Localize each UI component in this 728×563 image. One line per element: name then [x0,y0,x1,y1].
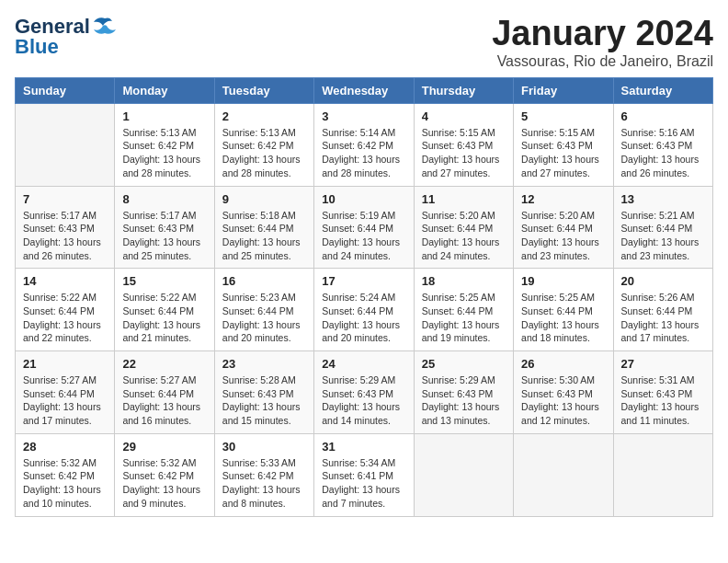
calendar-cell: 1Sunrise: 5:13 AM Sunset: 6:42 PM Daylig… [115,103,214,186]
calendar-table: SundayMondayTuesdayWednesdayThursdayFrid… [15,77,713,517]
calendar-cell: 17Sunrise: 5:24 AM Sunset: 6:44 PM Dayli… [314,269,414,351]
day-info: Sunrise: 5:28 AM Sunset: 6:43 PM Dayligh… [222,373,306,428]
title-area: January 2024 Vassouras, Rio de Janeiro, … [492,15,713,70]
day-number: 24 [322,357,405,371]
day-number: 8 [122,192,206,206]
day-number: 13 [621,192,705,206]
day-number: 2 [222,109,306,123]
day-info: Sunrise: 5:22 AM Sunset: 6:44 PM Dayligh… [122,291,206,345]
weekday-header-saturday: Saturday [613,77,712,103]
week-row-3: 14Sunrise: 5:22 AM Sunset: 6:44 PM Dayli… [16,269,713,351]
calendar-cell: 21Sunrise: 5:27 AM Sunset: 6:44 PM Dayli… [16,351,115,434]
day-number: 17 [322,274,405,288]
day-number: 12 [521,192,605,206]
calendar-cell: 19Sunrise: 5:25 AM Sunset: 6:44 PM Dayli… [514,269,613,351]
day-info: Sunrise: 5:18 AM Sunset: 6:44 PM Dayligh… [222,209,306,263]
calendar-cell: 29Sunrise: 5:32 AM Sunset: 6:42 PM Dayli… [115,433,214,516]
week-row-1: 1Sunrise: 5:13 AM Sunset: 6:42 PM Daylig… [16,103,713,186]
calendar-cell: 7Sunrise: 5:17 AM Sunset: 6:43 PM Daylig… [16,186,115,269]
weekday-header-wednesday: Wednesday [314,77,414,103]
day-info: Sunrise: 5:29 AM Sunset: 6:43 PM Dayligh… [322,373,405,428]
day-number: 11 [422,192,506,206]
day-info: Sunrise: 5:25 AM Sunset: 6:44 PM Dayligh… [521,291,605,345]
calendar-cell: 26Sunrise: 5:30 AM Sunset: 6:43 PM Dayli… [514,351,613,434]
day-info: Sunrise: 5:33 AM Sunset: 6:42 PM Dayligh… [222,456,306,511]
day-number: 15 [122,274,206,288]
day-info: Sunrise: 5:31 AM Sunset: 6:43 PM Dayligh… [621,373,705,428]
calendar-cell: 11Sunrise: 5:20 AM Sunset: 6:44 PM Dayli… [414,186,513,269]
day-number: 23 [222,357,306,371]
day-number: 26 [521,357,605,371]
day-number: 1 [122,109,206,123]
day-number: 27 [621,357,705,371]
month-title: January 2024 [492,15,713,53]
day-info: Sunrise: 5:30 AM Sunset: 6:43 PM Dayligh… [521,373,605,428]
day-info: Sunrise: 5:32 AM Sunset: 6:42 PM Dayligh… [122,456,206,511]
day-info: Sunrise: 5:21 AM Sunset: 6:44 PM Dayligh… [621,209,705,263]
calendar-cell: 2Sunrise: 5:13 AM Sunset: 6:42 PM Daylig… [214,103,313,186]
weekday-header-thursday: Thursday [414,77,513,103]
calendar-cell: 13Sunrise: 5:21 AM Sunset: 6:44 PM Dayli… [613,186,712,269]
calendar-cell [16,103,115,186]
day-info: Sunrise: 5:15 AM Sunset: 6:43 PM Dayligh… [422,126,506,180]
week-row-2: 7Sunrise: 5:17 AM Sunset: 6:43 PM Daylig… [16,186,713,269]
calendar-cell [514,433,613,516]
day-number: 30 [222,440,306,454]
calendar-cell: 8Sunrise: 5:17 AM Sunset: 6:43 PM Daylig… [115,186,214,269]
logo-blue-text: Blue [15,35,59,59]
calendar-cell: 5Sunrise: 5:15 AM Sunset: 6:43 PM Daylig… [514,103,613,186]
day-info: Sunrise: 5:13 AM Sunset: 6:42 PM Dayligh… [122,126,206,180]
calendar-cell: 9Sunrise: 5:18 AM Sunset: 6:44 PM Daylig… [214,186,313,269]
day-number: 3 [322,109,405,123]
calendar-cell: 12Sunrise: 5:20 AM Sunset: 6:44 PM Dayli… [514,186,613,269]
calendar-cell: 4Sunrise: 5:15 AM Sunset: 6:43 PM Daylig… [414,103,513,186]
day-info: Sunrise: 5:24 AM Sunset: 6:44 PM Dayligh… [322,291,405,345]
weekday-header-friday: Friday [514,77,613,103]
day-info: Sunrise: 5:15 AM Sunset: 6:43 PM Dayligh… [521,126,605,180]
day-info: Sunrise: 5:23 AM Sunset: 6:44 PM Dayligh… [222,291,306,345]
calendar-cell: 23Sunrise: 5:28 AM Sunset: 6:43 PM Dayli… [214,351,313,434]
calendar-cell: 14Sunrise: 5:22 AM Sunset: 6:44 PM Dayli… [16,269,115,351]
day-number: 22 [122,357,206,371]
logo: General Blue [15,15,118,59]
day-info: Sunrise: 5:13 AM Sunset: 6:42 PM Dayligh… [222,126,306,180]
day-info: Sunrise: 5:20 AM Sunset: 6:44 PM Dayligh… [422,209,506,263]
day-number: 18 [422,274,506,288]
calendar-cell: 25Sunrise: 5:29 AM Sunset: 6:43 PM Dayli… [414,351,513,434]
calendar-cell: 24Sunrise: 5:29 AM Sunset: 6:43 PM Dayli… [314,351,414,434]
week-row-5: 28Sunrise: 5:32 AM Sunset: 6:42 PM Dayli… [16,433,713,516]
logo-bird-icon [92,17,118,37]
day-info: Sunrise: 5:32 AM Sunset: 6:42 PM Dayligh… [23,456,107,511]
calendar-cell: 22Sunrise: 5:27 AM Sunset: 6:44 PM Dayli… [115,351,214,434]
calendar-cell: 27Sunrise: 5:31 AM Sunset: 6:43 PM Dayli… [613,351,712,434]
day-number: 6 [621,109,705,123]
calendar-cell: 16Sunrise: 5:23 AM Sunset: 6:44 PM Dayli… [214,269,313,351]
calendar-cell: 3Sunrise: 5:14 AM Sunset: 6:42 PM Daylig… [314,103,414,186]
day-info: Sunrise: 5:27 AM Sunset: 6:44 PM Dayligh… [122,373,206,428]
weekday-header-tuesday: Tuesday [214,77,313,103]
calendar-cell [613,433,712,516]
day-number: 5 [521,109,605,123]
week-row-4: 21Sunrise: 5:27 AM Sunset: 6:44 PM Dayli… [16,351,713,434]
calendar-cell: 31Sunrise: 5:34 AM Sunset: 6:41 PM Dayli… [314,433,414,516]
day-number: 29 [122,440,206,454]
header: General Blue January 2024 Vassouras, Rio… [15,15,713,70]
day-info: Sunrise: 5:14 AM Sunset: 6:42 PM Dayligh… [322,126,405,180]
day-info: Sunrise: 5:16 AM Sunset: 6:43 PM Dayligh… [621,126,705,180]
day-number: 28 [23,440,107,454]
day-info: Sunrise: 5:29 AM Sunset: 6:43 PM Dayligh… [422,373,506,428]
day-info: Sunrise: 5:17 AM Sunset: 6:43 PM Dayligh… [122,209,206,263]
day-info: Sunrise: 5:20 AM Sunset: 6:44 PM Dayligh… [521,209,605,263]
day-number: 21 [23,357,107,371]
calendar-cell [414,433,513,516]
day-number: 16 [222,274,306,288]
location-subtitle: Vassouras, Rio de Janeiro, Brazil [492,53,713,70]
day-number: 20 [621,274,705,288]
day-number: 31 [322,440,405,454]
day-info: Sunrise: 5:25 AM Sunset: 6:44 PM Dayligh… [422,291,506,345]
day-info: Sunrise: 5:27 AM Sunset: 6:44 PM Dayligh… [23,373,107,428]
day-number: 4 [422,109,506,123]
day-info: Sunrise: 5:34 AM Sunset: 6:41 PM Dayligh… [322,456,405,511]
day-info: Sunrise: 5:22 AM Sunset: 6:44 PM Dayligh… [23,291,107,345]
calendar-cell: 15Sunrise: 5:22 AM Sunset: 6:44 PM Dayli… [115,269,214,351]
